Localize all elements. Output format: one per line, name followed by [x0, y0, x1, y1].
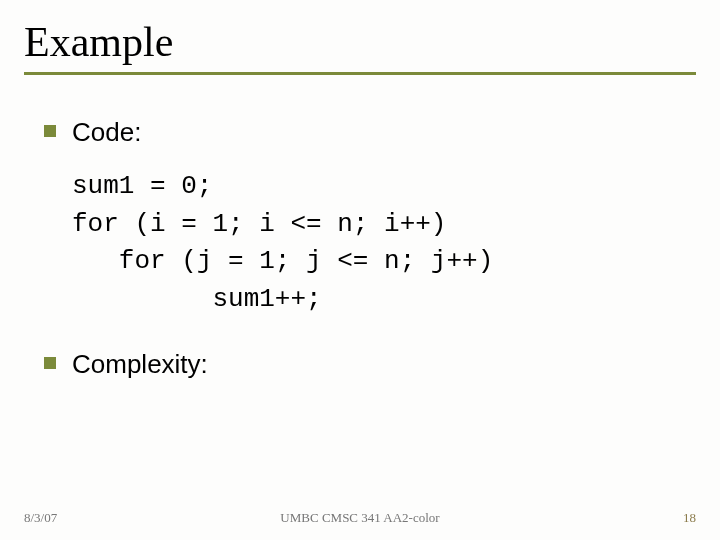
page-title: Example [24, 18, 696, 66]
bullet-label: Code: [72, 115, 141, 150]
slide: Example Code: sum1 = 0; for (i = 1; i <=… [0, 0, 720, 540]
bullet-item: Complexity: [44, 347, 696, 382]
title-underline [24, 72, 696, 75]
code-block: sum1 = 0; for (i = 1; i <= n; i++) for (… [72, 168, 696, 319]
footer-course: UMBC CMSC 341 AA2-color [0, 510, 720, 526]
content-area: Code: sum1 = 0; for (i = 1; i <= n; i++)… [24, 115, 696, 382]
bullet-label: Complexity: [72, 347, 208, 382]
bullet-item: Code: [44, 115, 696, 150]
footer-page: 18 [683, 510, 696, 526]
square-bullet-icon [44, 357, 56, 369]
square-bullet-icon [44, 125, 56, 137]
